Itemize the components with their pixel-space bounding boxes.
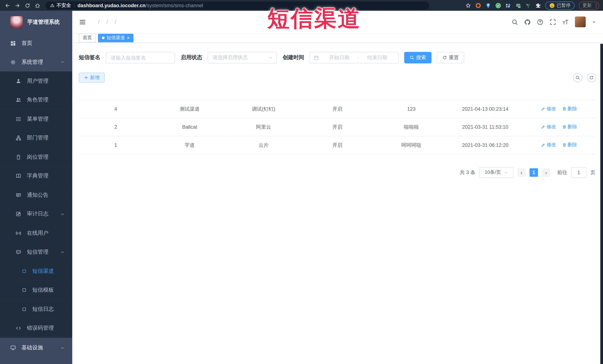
ext-green-check-icon[interactable] <box>495 2 501 8</box>
square-icon <box>22 288 26 293</box>
home-icon[interactable] <box>32 0 42 10</box>
sidebar-item[interactable]: 审计日志 <box>0 205 72 224</box>
status-select[interactable]: 请选择启用状态 <box>208 52 277 63</box>
refresh-icon <box>589 75 594 80</box>
bookmark-star-icon[interactable] <box>465 2 471 8</box>
menu-dots-icon[interactable] <box>596 3 596 7</box>
breadcrumb-item[interactable] <box>111 19 120 25</box>
sidebar-item[interactable]: 通知公告 <box>0 186 72 205</box>
ext-on-badge-icon[interactable]: on <box>515 2 521 8</box>
column-header <box>448 89 522 100</box>
github-icon[interactable] <box>524 19 531 25</box>
refresh-table-button[interactable] <box>587 73 596 82</box>
ext-blue-pin-icon[interactable] <box>485 2 491 8</box>
sidebar-filler <box>0 358 72 364</box>
range-separator: - <box>358 55 359 60</box>
end-date-input[interactable]: 结束日期 <box>360 54 394 61</box>
date-range-picker[interactable]: 开始日期 - 结束日期 <box>310 52 399 63</box>
caret-down-icon[interactable] <box>592 20 596 24</box>
reload-icon[interactable] <box>22 0 32 10</box>
ext-puzzle-icon[interactable] <box>535 2 541 8</box>
forward-icon[interactable] <box>12 0 22 10</box>
back-icon[interactable] <box>2 0 12 10</box>
search-button[interactable]: 搜索 <box>404 52 431 63</box>
sidebar-item[interactable]: 错误码管理 <box>0 319 72 338</box>
sidebar-item[interactable]: 在线用户 <box>0 224 72 243</box>
sidebar-item[interactable]: 角色管理 <box>0 90 72 110</box>
filter-form: 短信签名 启用状态 请选择启用状态 创建时间 开始日期 - 结束日期 <box>79 52 596 63</box>
app-logo-row[interactable]: 芋道管理系统 <box>0 11 72 34</box>
breadcrumb-item[interactable] <box>103 19 111 25</box>
column-header <box>79 89 153 100</box>
docs-question-icon[interactable] <box>537 19 544 25</box>
sidebar-item[interactable]: 基础设施 <box>0 338 72 358</box>
edit-icon <box>541 107 545 111</box>
refresh-icon <box>442 55 447 60</box>
url-path[interactable]: /system/sms/sms-channel <box>146 2 203 8</box>
ext-grid-drop-icon[interactable] <box>505 2 511 8</box>
tab[interactable]: 首页 × <box>79 33 96 42</box>
tab[interactable]: 短信渠道 × <box>98 33 133 42</box>
delete-link[interactable]: 删除 <box>562 106 577 112</box>
chevron-icon <box>60 250 65 254</box>
page-size-select[interactable]: 10条/页 <box>479 167 513 178</box>
sidebar-item[interactable]: 短信管理 <box>0 243 72 262</box>
browser-update-button[interactable]: 更新 <box>579 1 599 10</box>
sidebar-item[interactable]: 短信日志 <box>0 300 72 319</box>
page-scrollbar[interactable] <box>600 44 603 364</box>
toggle-search-button[interactable] <box>573 73 582 82</box>
page-number-button[interactable]: 1 <box>530 168 538 177</box>
prev-page-button[interactable]: ‹ <box>517 168 526 177</box>
chevron-down-icon <box>269 56 273 59</box>
sidebar: 芋道管理系统 首页 系统管理 用户管理 <box>0 11 72 364</box>
edit-link[interactable]: 修改 <box>541 124 556 130</box>
paused-extension-badge[interactable]: 已暂停 <box>545 1 574 10</box>
reset-button[interactable]: 重置 <box>437 52 464 63</box>
sms-icon <box>16 249 21 255</box>
sidebar-item[interactable]: 岗位管理 <box>0 148 72 167</box>
app-logo <box>10 16 23 28</box>
close-icon[interactable]: × <box>127 36 130 40</box>
breadcrumb-item[interactable] <box>95 19 103 25</box>
security-label[interactable]: 不安全 <box>57 2 71 9</box>
sidebar-item[interactable]: 用户管理 <box>0 71 72 90</box>
page-content: 短信签名 启用状态 请选择启用状态 创建时间 开始日期 - 结束日期 <box>72 43 603 364</box>
sidebar-item[interactable]: 短信渠道 <box>0 262 72 281</box>
delete-link[interactable]: 删除 <box>562 124 577 130</box>
ext-sprout-icon[interactable] <box>525 2 531 8</box>
hamburger-icon[interactable] <box>79 19 86 25</box>
edit-link[interactable]: 修改 <box>541 142 556 148</box>
start-date-input[interactable]: 开始日期 <box>322 54 357 61</box>
audit-log-icon <box>16 211 21 217</box>
delete-link[interactable]: 删除 <box>562 142 577 148</box>
search-icon[interactable] <box>511 19 518 25</box>
cell-status: 开启 <box>301 118 374 136</box>
square-icon <box>22 307 26 311</box>
column-header <box>301 89 374 100</box>
url-host[interactable]: dashboard.yudao.iocoder.cn <box>78 2 146 8</box>
avatar[interactable] <box>575 17 586 27</box>
sidebar-item[interactable]: 字典管理 <box>0 166 72 186</box>
edit-link[interactable]: 修改 <box>541 106 556 112</box>
table-row: 2 Ballcat 阿里云 开启 啦啦啦 2021-03-31 11:53:10… <box>79 118 596 136</box>
ext-orange-ring-icon[interactable] <box>475 2 481 8</box>
address-bar[interactable]: 不安全 dashboard.yudao.iocoder.cn /system/s… <box>46 1 429 10</box>
font-size-icon[interactable] <box>562 19 569 25</box>
code-icon <box>16 326 21 331</box>
cell-remark: 123 <box>374 100 448 118</box>
sidebar-item[interactable]: 短信模板 <box>0 281 72 300</box>
signature-input[interactable] <box>106 52 175 63</box>
add-button[interactable]: 新增 <box>79 73 105 83</box>
divider <box>74 3 74 8</box>
navbar-right-icons <box>511 17 596 27</box>
goto-page-input[interactable]: 1 <box>571 167 587 178</box>
sidebar-item[interactable]: 系统管理 <box>0 53 72 72</box>
gear-icon <box>10 59 16 65</box>
fullscreen-icon[interactable] <box>550 19 556 25</box>
announcement-icon <box>16 192 21 198</box>
sidebar-item[interactable]: 菜单管理 <box>0 110 72 129</box>
sidebar-item[interactable]: 首页 <box>0 34 72 53</box>
sidebar-item[interactable]: 部门管理 <box>0 129 72 148</box>
next-page-button[interactable]: › <box>542 168 550 177</box>
search-icon <box>575 75 580 80</box>
